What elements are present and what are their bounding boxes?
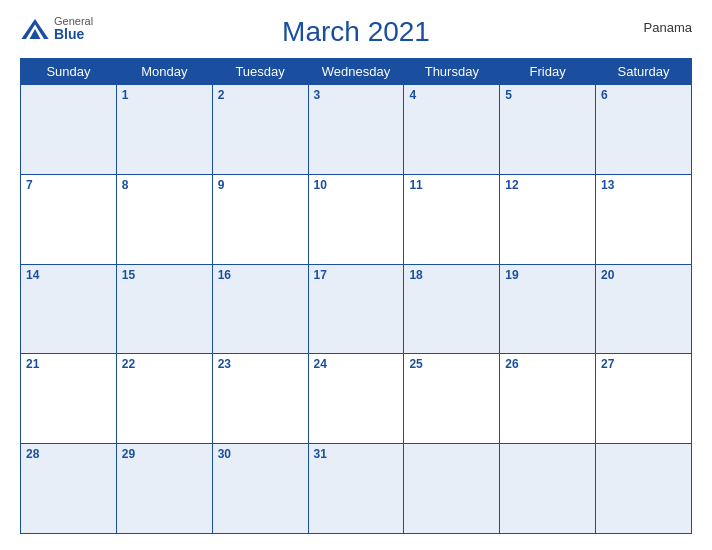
day-number: 30: [218, 447, 303, 461]
calendar-row: 14151617181920: [21, 264, 692, 354]
day-number: 1: [122, 88, 207, 102]
month-title-text: March 2021: [282, 16, 430, 47]
country-label: Panama: [644, 20, 692, 35]
calendar-cell: 2: [212, 85, 308, 175]
calendar-cell: 15: [116, 264, 212, 354]
calendar-cell: 11: [404, 174, 500, 264]
day-number: 24: [314, 357, 399, 371]
day-number: 14: [26, 268, 111, 282]
calendar-cell: 12: [500, 174, 596, 264]
header-row: Sunday Monday Tuesday Wednesday Thursday…: [21, 59, 692, 85]
col-monday: Monday: [116, 59, 212, 85]
day-number: 18: [409, 268, 494, 282]
day-number: 12: [505, 178, 590, 192]
day-number: 20: [601, 268, 686, 282]
day-number: 7: [26, 178, 111, 192]
calendar-cell: 7: [21, 174, 117, 264]
calendar-cell: 24: [308, 354, 404, 444]
calendar-cell: 21: [21, 354, 117, 444]
calendar-cell: 28: [21, 444, 117, 534]
day-number: 2: [218, 88, 303, 102]
col-friday: Friday: [500, 59, 596, 85]
calendar-cell: 25: [404, 354, 500, 444]
calendar-cell: 1: [116, 85, 212, 175]
day-number: 25: [409, 357, 494, 371]
calendar-cell: 3: [308, 85, 404, 175]
day-number: 22: [122, 357, 207, 371]
logo-blue-text: Blue: [54, 27, 93, 41]
calendar-cell: 9: [212, 174, 308, 264]
calendar-header: General Blue March 2021 Panama: [20, 16, 692, 48]
calendar-cell: 23: [212, 354, 308, 444]
calendar-table: Sunday Monday Tuesday Wednesday Thursday…: [20, 58, 692, 534]
calendar-cell: 27: [596, 354, 692, 444]
month-year-title: March 2021: [282, 16, 430, 48]
logo: General Blue: [20, 16, 93, 41]
calendar-row: 123456: [21, 85, 692, 175]
day-number: 15: [122, 268, 207, 282]
col-sunday: Sunday: [21, 59, 117, 85]
day-number: 23: [218, 357, 303, 371]
day-number: 13: [601, 178, 686, 192]
calendar-cell: 4: [404, 85, 500, 175]
calendar-cell: 17: [308, 264, 404, 354]
calendar-cell: 30: [212, 444, 308, 534]
calendar-cell: 18: [404, 264, 500, 354]
day-number: 17: [314, 268, 399, 282]
calendar-cell: 19: [500, 264, 596, 354]
col-saturday: Saturday: [596, 59, 692, 85]
day-number: 19: [505, 268, 590, 282]
day-number: 31: [314, 447, 399, 461]
calendar-cell: [21, 85, 117, 175]
col-tuesday: Tuesday: [212, 59, 308, 85]
calendar-cell: 6: [596, 85, 692, 175]
day-number: 29: [122, 447, 207, 461]
calendar-cell: 5: [500, 85, 596, 175]
calendar-row: 28293031: [21, 444, 692, 534]
day-number: 16: [218, 268, 303, 282]
day-number: 27: [601, 357, 686, 371]
day-number: 21: [26, 357, 111, 371]
calendar-cell: 26: [500, 354, 596, 444]
day-number: 10: [314, 178, 399, 192]
day-number: 28: [26, 447, 111, 461]
calendar-page: General Blue March 2021 Panama Sunday Mo…: [0, 0, 712, 550]
day-number: 11: [409, 178, 494, 192]
day-number: 8: [122, 178, 207, 192]
calendar-cell: 14: [21, 264, 117, 354]
calendar-cell: 13: [596, 174, 692, 264]
calendar-cell: [404, 444, 500, 534]
calendar-row: 21222324252627: [21, 354, 692, 444]
day-number: 5: [505, 88, 590, 102]
calendar-cell: 10: [308, 174, 404, 264]
day-number: 3: [314, 88, 399, 102]
calendar-cell: 22: [116, 354, 212, 444]
logo-icon: [20, 19, 50, 39]
day-number: 26: [505, 357, 590, 371]
calendar-cell: 31: [308, 444, 404, 534]
calendar-cell: 16: [212, 264, 308, 354]
day-number: 9: [218, 178, 303, 192]
calendar-cell: [596, 444, 692, 534]
col-thursday: Thursday: [404, 59, 500, 85]
calendar-cell: 29: [116, 444, 212, 534]
day-number: 4: [409, 88, 494, 102]
calendar-cell: 8: [116, 174, 212, 264]
col-wednesday: Wednesday: [308, 59, 404, 85]
calendar-row: 78910111213: [21, 174, 692, 264]
calendar-cell: [500, 444, 596, 534]
calendar-cell: 20: [596, 264, 692, 354]
day-number: 6: [601, 88, 686, 102]
